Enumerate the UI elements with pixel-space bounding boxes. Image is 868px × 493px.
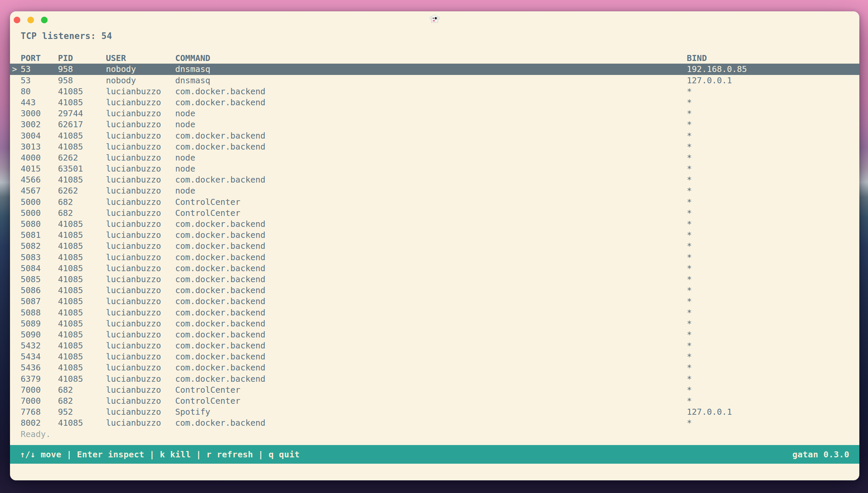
cell-pid: 952 — [58, 406, 106, 417]
cell-port: 5436 — [21, 362, 58, 373]
table-row[interactable]: 7000682lucianbuzzoControlCenter* — [10, 395, 859, 406]
table-row[interactable]: 637941085lucianbuzzocom.docker.backend* — [10, 373, 859, 384]
cell-user: lucianbuzzo — [106, 218, 175, 230]
cell-user: lucianbuzzo — [106, 340, 175, 351]
table-row[interactable]: 40006262lucianbuzzonode* — [10, 152, 859, 163]
table-row[interactable]: 44341085lucianbuzzocom.docker.backend* — [10, 97, 859, 108]
table-row[interactable]: 7000682lucianbuzzoControlCenter* — [10, 384, 859, 395]
minimize-button[interactable] — [27, 17, 34, 23]
table-row[interactable]: 508841085lucianbuzzocom.docker.backend* — [10, 307, 859, 318]
table-row[interactable]: 543641085lucianbuzzocom.docker.backend* — [10, 362, 859, 373]
cell-pid: 41085 — [58, 351, 106, 362]
cell-bind: * — [687, 240, 859, 252]
cell-bind: * — [687, 230, 859, 240]
cell-port: 5082 — [21, 240, 58, 252]
table-row[interactable]: 5000682lucianbuzzoControlCenter* — [10, 208, 859, 218]
table-row[interactable]: 5000682lucianbuzzoControlCenter* — [10, 196, 859, 208]
cell-port: 53 — [21, 75, 58, 86]
table-row[interactable]: 508141085lucianbuzzocom.docker.backend* — [10, 230, 859, 240]
cell-bind: * — [687, 130, 859, 141]
cell-pid: 958 — [58, 75, 106, 86]
table-row[interactable]: 300029744lucianbuzzonode* — [10, 108, 859, 119]
table-row[interactable]: 800241085lucianbuzzocom.docker.backend* — [10, 417, 859, 428]
table-row[interactable]: 300441085lucianbuzzocom.docker.backend* — [10, 130, 859, 141]
cell-bind: * — [687, 417, 859, 428]
cell-port: 3004 — [21, 130, 58, 141]
cell-pid: 682 — [58, 196, 106, 208]
table-row[interactable]: >53958nobodydnsmasq192.168.0.85 — [10, 64, 859, 74]
cell-command: ControlCenter — [175, 384, 687, 395]
table-row[interactable]: 543441085lucianbuzzocom.docker.backend* — [10, 351, 859, 362]
cell-bind: * — [687, 373, 859, 384]
cell-pid: 41085 — [58, 263, 106, 274]
cell-port: 4015 — [21, 163, 58, 174]
cell-port: 5089 — [21, 318, 58, 329]
terminal-window: TCP listeners: 54 PORT PID USER COMMAND … — [10, 11, 859, 480]
table-row[interactable]: 508741085lucianbuzzocom.docker.backend* — [10, 296, 859, 307]
table-row[interactable]: 508941085lucianbuzzocom.docker.backend* — [10, 318, 859, 329]
table-row[interactable]: 401563501lucianbuzzonode* — [10, 163, 859, 174]
table-row[interactable]: 301341085lucianbuzzocom.docker.backend* — [10, 141, 859, 152]
table-row[interactable]: 543241085lucianbuzzocom.docker.backend* — [10, 340, 859, 351]
cell-pid: 41085 — [58, 252, 106, 263]
table-row[interactable]: 7768952lucianbuzzoSpotify127.0.0.1 — [10, 406, 859, 417]
cell-command: com.docker.backend — [175, 230, 687, 240]
table-row[interactable]: 508041085lucianbuzzocom.docker.backend* — [10, 218, 859, 230]
cell-port: 443 — [21, 97, 58, 108]
cell-bind: * — [687, 329, 859, 340]
cell-pid: 41085 — [58, 218, 106, 230]
cell-bind: * — [687, 340, 859, 351]
cell-bind: * — [687, 274, 859, 285]
column-header-pid: PID — [58, 52, 106, 64]
cell-port: 5087 — [21, 296, 58, 307]
cell-command: node — [175, 119, 687, 130]
table-row[interactable]: 53958nobodydnsmasq127.0.0.1 — [10, 75, 859, 86]
table-row[interactable]: 456641085lucianbuzzocom.docker.backend* — [10, 174, 859, 185]
cell-bind: * — [687, 97, 859, 108]
table-row[interactable]: 508641085lucianbuzzocom.docker.backend* — [10, 285, 859, 296]
shortcut-hints: ↑/↓ move | Enter inspect | k kill | r re… — [20, 450, 300, 459]
cell-pid: 41085 — [58, 174, 106, 185]
cell-pid: 41085 — [58, 417, 106, 428]
table-row[interactable]: 300262617lucianbuzzonode* — [10, 119, 859, 130]
cell-command: com.docker.backend — [175, 174, 687, 185]
cell-pid: 41085 — [58, 362, 106, 373]
cell-bind: * — [687, 296, 859, 307]
cell-user: lucianbuzzo — [106, 86, 175, 97]
zoom-button[interactable] — [41, 17, 48, 23]
table-row[interactable]: 508341085lucianbuzzocom.docker.backend* — [10, 252, 859, 263]
cell-user: lucianbuzzo — [106, 252, 175, 263]
table-row[interactable]: 45676262lucianbuzzonode* — [10, 185, 859, 196]
cell-command: com.docker.backend — [175, 218, 687, 230]
cell-command: node — [175, 185, 687, 196]
cell-user: lucianbuzzo — [106, 263, 175, 274]
table-row[interactable]: 508541085lucianbuzzocom.docker.backend* — [10, 274, 859, 285]
cell-pid: 41085 — [58, 274, 106, 285]
cell-pid: 958 — [58, 64, 106, 74]
cell-user: lucianbuzzo — [106, 417, 175, 428]
cell-bind: * — [687, 307, 859, 318]
cell-bind: * — [687, 263, 859, 274]
close-button[interactable] — [14, 17, 20, 23]
listener-table: >53958nobodydnsmasq192.168.0.8553958nobo… — [10, 64, 859, 428]
table-row[interactable]: 508241085lucianbuzzocom.docker.backend* — [10, 240, 859, 252]
cell-command: dnsmasq — [175, 64, 687, 74]
cell-command: com.docker.backend — [175, 86, 687, 97]
page-title: TCP listeners: 54 — [21, 31, 112, 41]
cell-pid: 41085 — [58, 141, 106, 152]
cell-bind: * — [687, 196, 859, 208]
cell-command: ControlCenter — [175, 208, 687, 218]
cell-pid: 63501 — [58, 163, 106, 174]
status-message: Ready. — [21, 429, 51, 439]
cell-command: ControlCenter — [175, 395, 687, 406]
table-row[interactable]: 8041085lucianbuzzocom.docker.backend* — [10, 86, 859, 97]
cell-pid: 682 — [58, 395, 106, 406]
table-row[interactable]: 508441085lucianbuzzocom.docker.backend* — [10, 263, 859, 274]
status-bar: ↑/↓ move | Enter inspect | k kill | r re… — [10, 445, 859, 464]
cell-command: Spotify — [175, 406, 687, 417]
cell-command: com.docker.backend — [175, 97, 687, 108]
cell-command: com.docker.backend — [175, 417, 687, 428]
cell-bind: * — [687, 163, 859, 174]
cell-pid: 682 — [58, 208, 106, 218]
table-row[interactable]: 509041085lucianbuzzocom.docker.backend* — [10, 329, 859, 340]
